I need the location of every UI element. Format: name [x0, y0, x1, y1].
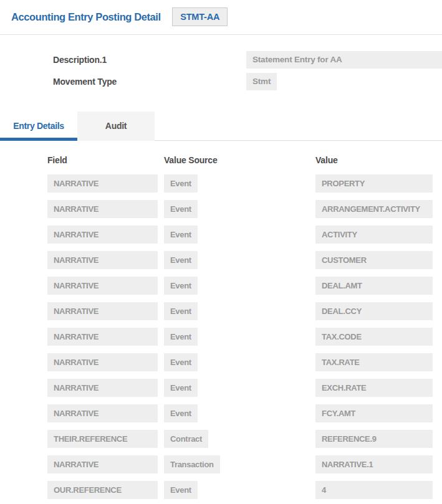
page-header: Accounting Entry Posting Detail STMT-AA	[0, 0, 442, 26]
table-row: NARRATIVE Event ARRANGEMENT.ACTIVITY	[47, 200, 442, 221]
column-header-field: Field	[47, 155, 158, 165]
value-source-cell: Event	[164, 481, 198, 499]
form-row: Description.1 Statement Entry for AA	[0, 51, 442, 69]
field-cell: NARRATIVE	[47, 200, 158, 218]
field-cell: THEIR.REFERENCE	[47, 430, 158, 448]
value-cell: ARRANGEMENT.ACTIVITY	[315, 200, 433, 218]
table-row: NARRATIVE Event TAX.RATE	[47, 353, 442, 374]
value-source-cell: Event	[164, 200, 198, 218]
value-cell: ACTIVITY	[315, 226, 433, 244]
value-cell: PROPERTY	[315, 174, 433, 193]
field-cell: NARRATIVE	[47, 379, 158, 397]
field-cell: OUR.REFERENCE	[47, 481, 158, 499]
value-source-cell: Contract	[164, 430, 208, 448]
value-source-cell: Event	[164, 328, 198, 346]
field-cell: NARRATIVE	[47, 302, 158, 320]
field-cell: NARRATIVE	[47, 353, 158, 371]
table-row: NARRATIVE Event CUSTOMER	[47, 251, 442, 272]
record-form: Description.1 Statement Entry for AA Mov…	[0, 51, 442, 90]
table-row: NARRATIVE Event FCY.AMT	[47, 404, 442, 425]
field-cell: NARRATIVE	[47, 277, 158, 295]
value-cell: 4	[315, 481, 433, 499]
table-row: NARRATIVE Event TAX.CODE	[47, 328, 442, 348]
tab-label: Entry Details	[13, 121, 64, 131]
field-cell: NARRATIVE	[47, 328, 158, 346]
value-source-cell: Event	[164, 353, 198, 371]
tab-bar: Entry Details Audit	[0, 112, 442, 141]
value-cell: CUSTOMER	[315, 251, 433, 269]
header-divider	[0, 34, 442, 35]
column-header-value: Value	[315, 155, 433, 165]
tab-audit[interactable]: Audit	[77, 112, 155, 141]
table-row: NARRATIVE Event DEAL.AMT	[47, 277, 442, 297]
field-cell: NARRATIVE	[47, 404, 158, 422]
value-cell: DEAL.AMT	[315, 277, 433, 295]
value-cell: REFERENCE.9	[315, 430, 433, 448]
table-row: NARRATIVE Event PROPERTY	[47, 174, 442, 195]
value-source-cell: Event	[164, 277, 198, 295]
value-cell: TAX.CODE	[315, 328, 433, 346]
entry-table: Field Value Source Value NARRATIVE Event…	[0, 155, 442, 504]
record-id-badge: STMT-AA	[172, 7, 228, 26]
value-cell: FCY.AMT	[315, 404, 433, 422]
value-cell: EXCH.RATE	[315, 379, 433, 397]
value-cell: TAX.RATE	[315, 353, 433, 371]
field-cell: NARRATIVE	[47, 226, 158, 244]
tab-label: Audit	[105, 121, 127, 131]
value-source-cell: Event	[164, 251, 198, 269]
table-row: THEIR.REFERENCE Contract REFERENCE.9	[47, 430, 442, 450]
value-source-cell: Event	[164, 302, 198, 320]
value-cell: DEAL.CCY	[315, 302, 433, 320]
value-cell: NARRATIVE.1	[315, 455, 433, 473]
table-row: OUR.REFERENCE Event 4	[47, 481, 442, 502]
tab-entry-details[interactable]: Entry Details	[0, 112, 77, 141]
column-header-value-source: Value Source	[164, 155, 315, 165]
entry-table-body: NARRATIVE Event PROPERTY NARRATIVE Event…	[0, 174, 442, 504]
table-row: NARRATIVE Transaction NARRATIVE.1	[47, 455, 442, 476]
value-source-cell: Event	[164, 174, 198, 193]
table-row: NARRATIVE Event DEAL.CCY	[47, 302, 442, 323]
entry-table-header: Field Value Source Value	[47, 155, 442, 165]
value-source-cell: Event	[164, 226, 198, 244]
field-value: Statement Entry for AA	[246, 51, 442, 69]
page-title: Accounting Entry Posting Detail	[11, 11, 161, 23]
field-label: Movement Type	[53, 77, 246, 87]
field-cell: NARRATIVE	[47, 174, 158, 193]
form-row: Movement Type Stmt	[0, 73, 442, 90]
value-source-cell: Event	[164, 404, 198, 422]
field-value: Stmt	[246, 73, 277, 90]
table-row: NARRATIVE Event ACTIVITY	[47, 226, 442, 246]
field-label: Description.1	[53, 55, 246, 65]
table-row: NARRATIVE Event EXCH.RATE	[47, 379, 442, 399]
field-cell: NARRATIVE	[47, 455, 158, 473]
value-source-cell: Event	[164, 379, 198, 397]
field-cell: NARRATIVE	[47, 251, 158, 269]
value-source-cell: Transaction	[164, 455, 220, 473]
